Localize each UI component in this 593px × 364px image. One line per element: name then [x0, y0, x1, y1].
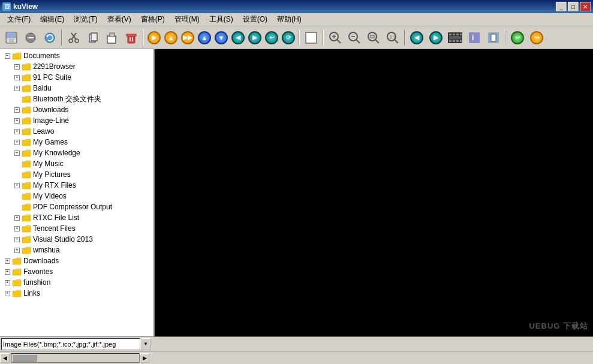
menu-file[interactable]: 文件(F) [2, 13, 35, 26]
rotate-button[interactable] [484, 29, 502, 47]
watermark: UEBUG 下载站 [529, 321, 588, 332]
tree-item[interactable]: My Music [0, 158, 153, 169]
tree-item[interactable]: +My RTX Files [0, 180, 153, 191]
zoom-out-button[interactable] [345, 29, 363, 47]
extra-btn-1[interactable]: ↩ [508, 29, 526, 47]
hscroll-left-button[interactable]: ◀ [0, 353, 10, 363]
menu-manage[interactable]: 管理(M) [170, 13, 204, 26]
tree-item[interactable]: +Favorites [0, 266, 153, 277]
tree-item[interactable]: +wmshua [0, 245, 153, 255]
tree-expander[interactable]: + [2, 255, 12, 266]
tree-item[interactable]: +Tencent Files [0, 223, 153, 234]
tree-expander[interactable]: + [12, 180, 22, 191]
horizontal-scrollbar[interactable] [11, 353, 140, 363]
tree-item[interactable]: +Links [0, 288, 153, 299]
tree-item[interactable]: +Image-Line [0, 115, 153, 126]
menu-tools[interactable]: 工具(S) [204, 13, 238, 26]
tree-expander[interactable]: + [12, 148, 22, 158]
menu-help[interactable]: 帮助(H) [272, 13, 306, 26]
tree-item[interactable]: +Baidu [0, 83, 153, 94]
tree-item[interactable]: +My Games [0, 137, 153, 148]
nav-btn-2[interactable]: ▲ [163, 30, 179, 46]
menu-edit[interactable]: 编辑(E) [35, 13, 69, 26]
tree-expander[interactable]: + [2, 266, 12, 277]
nav-btn-4[interactable]: ▲ [197, 30, 212, 46]
prev-button[interactable]: ◀ [408, 29, 426, 47]
menu-settings[interactable]: 设置(O) [238, 13, 272, 26]
tree-item[interactable]: −Documents [0, 50, 153, 61]
nav-btn-3[interactable]: ▶▶ [180, 30, 195, 46]
paste-button[interactable] [103, 29, 121, 47]
tree-item[interactable]: My Pictures [0, 169, 153, 180]
tree-item[interactable]: +Downloads [0, 255, 153, 266]
file-filter-input[interactable] [1, 338, 140, 350]
minimize-button[interactable]: _ [556, 2, 567, 11]
tree-expander[interactable] [12, 158, 22, 169]
nav-btn-8[interactable]: ↩ [264, 30, 279, 46]
file-filter-arrow[interactable]: ▼ [140, 338, 151, 350]
menu-browse[interactable]: 浏览(T) [69, 13, 102, 26]
tree-item[interactable]: +My Knowledge [0, 148, 153, 158]
tree-item-label: Downloads [23, 257, 59, 265]
zoom-custom-button[interactable]: 1:1 [384, 29, 402, 47]
tree-item[interactable]: +Downloads [0, 104, 153, 115]
toolbar-sep-1 [61, 30, 62, 46]
tree-expander[interactable]: + [12, 212, 22, 223]
file-filter-dropdown[interactable]: ▼ [1, 338, 151, 350]
tree-expander[interactable]: + [12, 61, 22, 72]
tree-item-label: My Music [33, 160, 64, 168]
copy-button[interactable] [84, 29, 102, 47]
menu-pane[interactable]: 窗格(P) [136, 13, 170, 26]
tree-item[interactable]: PDF Compressor Output [0, 201, 153, 212]
hscroll-right-button[interactable]: ▶ [140, 353, 149, 363]
tree-item[interactable]: +2291Browser [0, 61, 153, 72]
maximize-button[interactable]: □ [568, 2, 579, 11]
save-button[interactable] [2, 29, 20, 47]
tree-item[interactable]: +91 PC Suite [0, 72, 153, 83]
tree-expander[interactable]: + [12, 234, 22, 245]
tree-expander[interactable] [12, 169, 22, 180]
nav-btn-6[interactable]: ◀ [230, 30, 246, 46]
tree-item[interactable]: Bluetooth 交换文件夹 [0, 94, 153, 104]
tree-expander[interactable]: + [12, 137, 22, 148]
nav-btn-9[interactable]: ⟳ [281, 30, 296, 46]
tree-content[interactable]: −Documents+2291Browser+91 PC Suite+Baidu… [0, 49, 153, 336]
zoom-in-button[interactable] [326, 29, 344, 47]
tree-item[interactable]: +RTXC File List [0, 212, 153, 223]
zoom-fit-button[interactable] [365, 29, 383, 47]
nav-btn-1[interactable]: ▶ [146, 30, 162, 46]
tree-expander[interactable]: + [12, 115, 22, 126]
refresh-button[interactable] [41, 29, 59, 47]
menu-view[interactable]: 查看(V) [103, 13, 136, 26]
tree-expander[interactable] [12, 201, 22, 212]
tree-item[interactable]: +Leawo [0, 126, 153, 137]
close-button[interactable]: ✕ [580, 2, 591, 11]
info-button[interactable]: i [465, 29, 483, 47]
square-btn[interactable] [302, 29, 320, 47]
hscroll-thumb[interactable] [13, 354, 37, 362]
tree-expander[interactable]: + [12, 245, 22, 255]
tree-expander[interactable]: + [12, 104, 22, 115]
cut-button[interactable] [65, 29, 83, 47]
nav-btn-7[interactable]: ▶ [247, 30, 263, 46]
tree-expander[interactable]: + [12, 126, 22, 137]
tree-item[interactable]: +funshion [0, 277, 153, 288]
filmstrip-button[interactable] [446, 29, 464, 47]
next-button[interactable]: ▶ [427, 29, 445, 47]
tree-expander[interactable] [12, 94, 22, 104]
extra-btn-2[interactable]: ↪ [528, 29, 546, 47]
tree-expander[interactable]: + [2, 288, 12, 299]
tree-expander[interactable]: + [12, 72, 22, 83]
delete-button[interactable] [122, 29, 140, 47]
tree-expander[interactable] [12, 191, 22, 201]
tree-expander[interactable]: + [12, 83, 22, 94]
window-title: kuView [13, 2, 38, 11]
tree-expander[interactable]: − [2, 50, 12, 61]
tree-item-label: Image-Line [33, 116, 69, 125]
nav-btn-5[interactable]: ▼ [213, 30, 229, 46]
tree-expander[interactable]: + [2, 277, 12, 288]
tree-item[interactable]: My Videos [0, 191, 153, 201]
tree-item[interactable]: +Visual Studio 2013 [0, 234, 153, 245]
tree-expander[interactable]: + [12, 223, 22, 234]
minus-button[interactable] [22, 29, 40, 47]
